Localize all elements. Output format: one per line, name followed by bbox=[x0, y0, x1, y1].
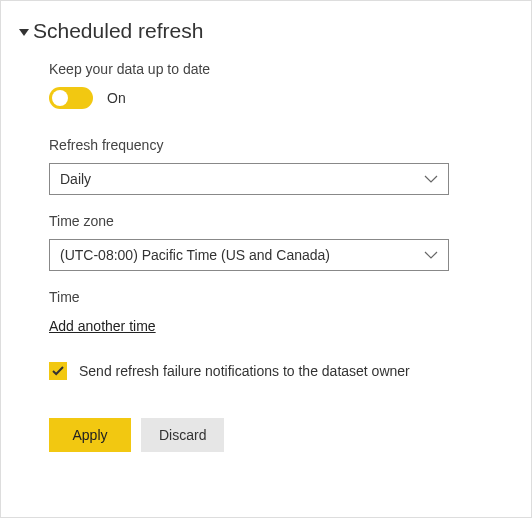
button-row: Apply Discard bbox=[49, 418, 513, 452]
frequency-label: Refresh frequency bbox=[49, 137, 513, 153]
frequency-select[interactable]: Daily bbox=[49, 163, 449, 195]
notify-row: Send refresh failure notifications to th… bbox=[49, 362, 513, 380]
frequency-value: Daily bbox=[60, 171, 91, 187]
section-title: Scheduled refresh bbox=[33, 19, 203, 43]
caret-down-icon bbox=[19, 29, 29, 36]
timezone-select[interactable]: (UTC-08:00) Pacific Time (US and Canada) bbox=[49, 239, 449, 271]
scheduled-refresh-panel: Scheduled refresh Keep your data up to d… bbox=[0, 0, 532, 518]
toggle-state-label: On bbox=[107, 90, 126, 106]
add-time-link[interactable]: Add another time bbox=[49, 318, 156, 334]
chevron-down-icon bbox=[424, 175, 438, 183]
toggle-knob bbox=[52, 90, 68, 106]
section-content: Keep your data up to date On Refresh fre… bbox=[19, 61, 513, 452]
section-header[interactable]: Scheduled refresh bbox=[19, 19, 513, 43]
timezone-value: (UTC-08:00) Pacific Time (US and Canada) bbox=[60, 247, 330, 263]
keep-uptodate-toggle[interactable] bbox=[49, 87, 93, 109]
chevron-down-icon bbox=[424, 251, 438, 259]
time-label: Time bbox=[49, 289, 513, 305]
apply-button[interactable]: Apply bbox=[49, 418, 131, 452]
timezone-label: Time zone bbox=[49, 213, 513, 229]
discard-button[interactable]: Discard bbox=[141, 418, 224, 452]
notify-label: Send refresh failure notifications to th… bbox=[79, 363, 410, 379]
keep-uptodate-row: On bbox=[49, 87, 513, 109]
check-icon bbox=[52, 366, 64, 376]
keep-uptodate-label: Keep your data up to date bbox=[49, 61, 513, 77]
notify-checkbox[interactable] bbox=[49, 362, 67, 380]
